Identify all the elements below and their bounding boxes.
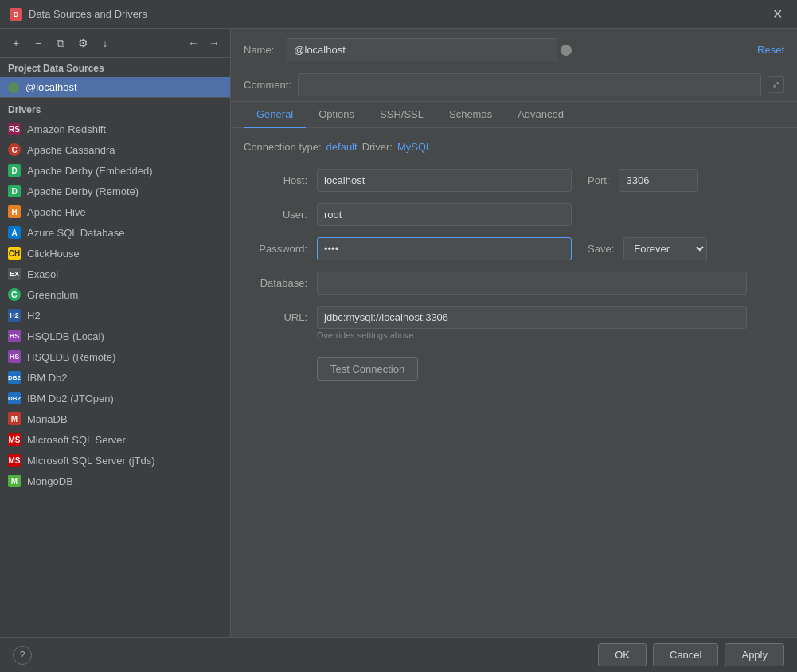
test-connection-row: Test Connection: [244, 351, 784, 381]
database-input[interactable]: [317, 272, 747, 295]
driver-item[interactable]: DApache Derby (Embedded): [0, 160, 230, 181]
driver-item[interactable]: DApache Derby (Remote): [0, 181, 230, 201]
left-panel: + − ⧉ ⚙ ↓ ← → Project Data Sources @loca…: [0, 29, 231, 637]
url-label: URL:: [244, 311, 307, 323]
project-item-icon: [8, 82, 19, 93]
window-title: Data Sources and Drivers: [29, 8, 768, 20]
remove-datasource-button[interactable]: −: [29, 33, 48, 53]
port-label: Port:: [588, 174, 609, 186]
comment-label: Comment:: [244, 79, 291, 91]
dialog: D Data Sources and Drivers ✕ + − ⧉ ⚙ ↓ ←…: [0, 0, 797, 672]
bottom-bar: ? OK Cancel Apply: [0, 637, 797, 672]
driver-item-label: Apache Derby (Remote): [27, 186, 139, 197]
url-input[interactable]: [317, 306, 747, 329]
password-input[interactable]: [317, 237, 572, 260]
host-label: Host:: [244, 174, 307, 186]
add-datasource-button[interactable]: +: [6, 33, 25, 53]
tab-schemas[interactable]: Schemas: [436, 102, 505, 128]
user-row: User:: [244, 203, 784, 226]
back-button[interactable]: ←: [184, 33, 203, 53]
user-input[interactable]: [317, 203, 572, 226]
driver-item-label: IBM Db2: [27, 372, 68, 384]
close-button[interactable]: ✕: [768, 5, 787, 23]
driver-item-label: Apache Hive: [27, 206, 86, 218]
tab-advanced[interactable]: Advanced: [505, 102, 576, 128]
nav-buttons: ← →: [184, 33, 224, 53]
driver-item[interactable]: HSHSQLDB (Remote): [0, 346, 230, 367]
copy-datasource-button[interactable]: ⧉: [51, 33, 70, 53]
user-label: User:: [244, 209, 307, 221]
driver-icon: EX: [8, 268, 21, 280]
name-label: Name:: [244, 44, 274, 56]
form-grid: Host: Port: User: Password: Save: [244, 169, 784, 381]
expand-comment-button[interactable]: ⤢: [768, 76, 784, 93]
driver-item[interactable]: H2H2: [0, 305, 230, 326]
driver-item-label: Microsoft SQL Server (jTds): [27, 455, 155, 467]
driver-icon: D: [8, 185, 21, 197]
driver-item[interactable]: MSMicrosoft SQL Server (jTds): [0, 450, 230, 471]
tab-sshssl[interactable]: SSH/SSL: [367, 102, 436, 128]
forward-button[interactable]: →: [205, 33, 224, 53]
driver-item[interactable]: CHClickHouse: [0, 243, 230, 264]
drivers-list: RSAmazon RedshiftCApache CassandraDApach…: [0, 119, 230, 637]
driver-icon: D: [8, 164, 21, 177]
host-input[interactable]: [317, 169, 572, 192]
driver-icon: MS: [8, 454, 21, 467]
driver-icon: H2: [8, 309, 21, 322]
host-port-row: Host: Port:: [244, 169, 784, 192]
driver-item[interactable]: RSAmazon Redshift: [0, 119, 230, 139]
driver-icon: MS: [8, 433, 21, 446]
tabs-bar: General Options SSH/SSL Schemas Advanced: [231, 102, 797, 128]
driver-label: Driver:: [362, 141, 393, 153]
drivers-section-header: Drivers: [0, 97, 230, 119]
driver-item-label: H2: [27, 310, 41, 322]
reset-link[interactable]: Reset: [757, 44, 784, 56]
driver-icon: HS: [8, 350, 21, 363]
driver-item[interactable]: AAzure SQL Database: [0, 222, 230, 243]
driver-item[interactable]: HApache Hive: [0, 201, 230, 222]
tab-content-general: Connection type: default Driver: MySQL H…: [231, 128, 797, 637]
project-item-localhost[interactable]: @localhost: [0, 77, 230, 97]
driver-icon: CH: [8, 247, 21, 260]
driver-item[interactable]: MMariaDB: [0, 408, 230, 429]
driver-item[interactable]: MSMicrosoft SQL Server: [0, 429, 230, 450]
driver-item[interactable]: DB2IBM Db2 (JTOpen): [0, 388, 230, 408]
tab-options[interactable]: Options: [306, 102, 367, 128]
driver-item-label: Amazon Redshift: [27, 123, 106, 135]
import-button[interactable]: ↓: [96, 33, 115, 53]
driver-icon: RS: [8, 123, 21, 135]
driver-item-label: Azure SQL Database: [27, 227, 124, 239]
comment-input[interactable]: [298, 73, 761, 96]
app-icon: D: [10, 8, 22, 21]
driver-item[interactable]: GGreenplum: [0, 284, 230, 305]
connection-type-value[interactable]: default: [326, 141, 357, 153]
driver-item[interactable]: MMongoDB: [0, 471, 230, 491]
title-bar: D Data Sources and Drivers ✕: [0, 0, 797, 29]
name-row: Name: Reset: [231, 29, 797, 68]
driver-item[interactable]: CApache Cassandra: [0, 139, 230, 160]
save-label: Save:: [588, 243, 614, 255]
driver-value[interactable]: MySQL: [397, 141, 432, 153]
driver-item-label: Microsoft SQL Server: [27, 434, 126, 446]
apply-button[interactable]: Apply: [725, 643, 784, 666]
help-button[interactable]: ?: [13, 646, 32, 665]
driver-item-label: HSQLDB (Remote): [27, 351, 115, 363]
settings-button[interactable]: ⚙: [73, 33, 92, 53]
tab-general[interactable]: General: [244, 102, 306, 128]
url-row: URL:: [244, 306, 784, 329]
driver-item[interactable]: HSHSQLDB (Local): [0, 326, 230, 346]
name-input[interactable]: [287, 38, 557, 61]
database-row: Database:: [244, 272, 784, 295]
connection-type-label: Connection type:: [244, 141, 322, 153]
save-select[interactable]: Forever Until restart Never: [623, 237, 707, 260]
cancel-button[interactable]: Cancel: [653, 643, 718, 666]
driver-item-label: Apache Derby (Embedded): [27, 165, 153, 177]
test-connection-button[interactable]: Test Connection: [317, 357, 418, 381]
driver-item[interactable]: DB2IBM Db2: [0, 367, 230, 388]
driver-item[interactable]: EXExasol: [0, 264, 230, 284]
ok-button[interactable]: OK: [598, 643, 647, 666]
port-input[interactable]: [619, 169, 698, 192]
driver-icon: HS: [8, 330, 21, 342]
name-row-inner: [287, 38, 744, 61]
database-label: Database:: [244, 277, 307, 289]
